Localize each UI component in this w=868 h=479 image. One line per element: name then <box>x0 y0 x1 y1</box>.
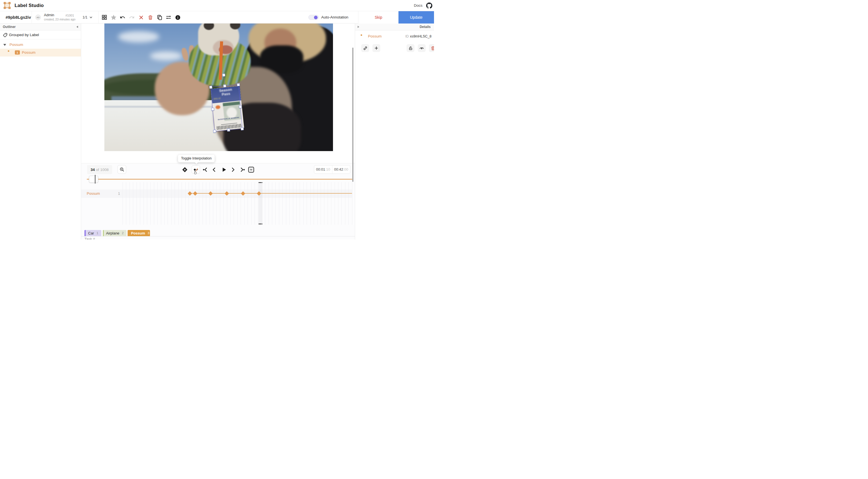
eye-icon <box>419 45 424 51</box>
duplicate-button[interactable] <box>155 13 164 22</box>
outliner-title: Outliner <box>3 25 16 29</box>
keyframe-diamond[interactable] <box>257 191 261 196</box>
region-label: Possum <box>22 51 35 55</box>
total-time: 00:42:00 <box>333 165 350 173</box>
link-button[interactable] <box>361 44 369 52</box>
reject-button[interactable] <box>137 13 145 22</box>
time-display: 00:01:10 00:42:00 <box>314 165 350 174</box>
grouping-label: Grouped by Label <box>9 33 39 37</box>
tooltip: Toggle Interpolation <box>178 155 215 162</box>
github-icon[interactable] <box>426 2 432 9</box>
auto-annotation-toggle[interactable] <box>308 15 319 20</box>
region-index-badge: 1 <box>15 51 20 55</box>
tag-icon <box>3 33 7 37</box>
details-panel: Details Possum IDxs9mHLSC_8 <box>355 24 434 240</box>
timeline-track-label[interactable]: Possum <box>87 191 100 196</box>
settings-filters-button[interactable] <box>164 13 173 22</box>
region-id: IDxs9mHLSC_8 <box>405 34 432 38</box>
keyframe-diamond[interactable] <box>193 191 197 196</box>
keyframe-diamond[interactable] <box>241 191 245 196</box>
chevron-down-icon[interactable] <box>89 15 93 19</box>
timeline-track-count: 1 <box>118 192 120 196</box>
id-value: xs9mHLSC_8 <box>410 34 432 38</box>
group-label: Possum <box>9 42 23 47</box>
details-header: Details <box>355 24 434 31</box>
undo-button[interactable] <box>118 13 127 22</box>
lock-icon <box>408 46 413 51</box>
label-chip-possum[interactable]: Possum 3 <box>128 230 150 236</box>
annotation-number: #1001 <box>65 14 74 17</box>
grouping-selector[interactable]: Grouped by Label <box>0 31 81 39</box>
annotator-name: Admin <box>44 13 54 17</box>
current-time: 00:01:10 <box>314 165 333 173</box>
task-id: #9pb8Lgs2iv <box>6 11 31 24</box>
docs-link[interactable]: Docs <box>414 0 423 11</box>
annotation-created-ago: created, 23 minutes ago <box>44 18 75 21</box>
id-prefix: ID <box>405 34 409 38</box>
top-header: Label Studio Docs <box>0 0 434 11</box>
collapse-panel-icon[interactable] <box>76 26 78 28</box>
auto-annotation-label: Auto-Annotation <box>321 11 348 24</box>
annotation-pager: 1/1 <box>83 11 87 24</box>
delete-button[interactable] <box>146 13 154 22</box>
star-button[interactable] <box>110 13 118 22</box>
link-icon <box>363 46 368 51</box>
skip-button[interactable]: Skip <box>359 11 399 24</box>
annotation-toolbar: #9pb8Lgs2iv AD Admin created, 23 minutes… <box>0 11 434 24</box>
toggle-knob <box>314 16 318 19</box>
update-button[interactable]: Update <box>399 11 434 24</box>
keyframe-diamond[interactable] <box>224 191 229 196</box>
outliner-panel: Outliner Grouped by Label Possum 1 Possu… <box>0 24 81 240</box>
details-region-row[interactable]: Possum IDxs9mHLSC_8 <box>355 33 434 40</box>
grid-view-button[interactable] <box>100 13 108 22</box>
plus-icon <box>374 46 379 51</box>
details-title: Details <box>420 25 431 29</box>
expand-panel-icon[interactable] <box>358 26 359 28</box>
label-studio-logo-icon[interactable] <box>4 2 11 9</box>
keyframe-diamond[interactable] <box>187 191 192 196</box>
redo-button[interactable] <box>128 13 136 22</box>
outliner-header: Outliner <box>0 24 81 31</box>
trash-icon <box>431 46 434 51</box>
lock-button[interactable] <box>407 44 414 52</box>
info-button[interactable] <box>174 13 182 22</box>
visibility-button[interactable] <box>418 44 426 52</box>
outliner-region-possum[interactable]: 1 Possum <box>0 49 81 57</box>
delete-region-button[interactable] <box>429 44 434 52</box>
outliner-group-possum[interactable]: Possum <box>0 41 81 49</box>
region-actions-row <box>355 44 434 52</box>
keyframe-diamond[interactable] <box>208 191 213 196</box>
app-title: Label Studio <box>14 0 44 11</box>
annotator-avatar[interactable]: AD <box>35 14 41 20</box>
add-relation-button[interactable] <box>372 44 380 52</box>
label-chip-airplane[interactable]: Airplane 2 <box>103 230 126 236</box>
caret-down-icon[interactable] <box>3 44 6 46</box>
vertical-scrollbar[interactable] <box>352 47 353 182</box>
details-region-label: Possum <box>368 34 382 38</box>
label-chip-car[interactable]: Car 1 <box>85 230 101 236</box>
label-studio-app: Label Studio Docs #9pb8Lgs2iv AD Admin c… <box>0 0 434 240</box>
